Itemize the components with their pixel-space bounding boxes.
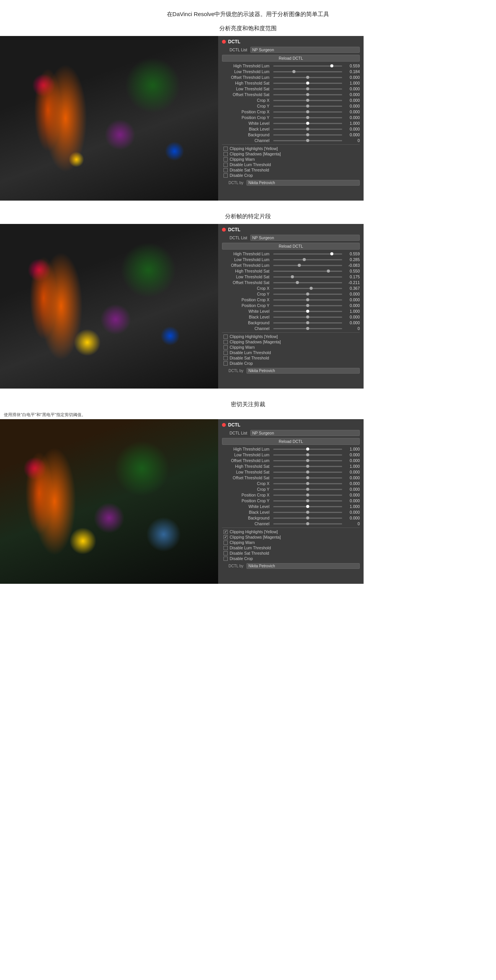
reload-dctl-button[interactable]: Reload DCTL — [222, 438, 360, 445]
param-label-2: Offset Threshold Lum — [222, 263, 272, 268]
param-slider-track-4[interactable] — [273, 276, 342, 278]
checkbox-4[interactable] — [224, 168, 228, 172]
checkbox-3[interactable] — [224, 163, 228, 167]
reload-dctl-button[interactable]: Reload DCTL — [222, 243, 360, 250]
param-slider-track-13[interactable] — [273, 140, 342, 141]
dctl-author[interactable]: Nikita Petrovich — [246, 368, 360, 374]
param-slider-track-1[interactable] — [273, 71, 342, 72]
param-slider-track-8[interactable] — [273, 495, 342, 496]
param-slider-thumb-12 — [306, 516, 309, 519]
param-slider-track-2[interactable] — [273, 265, 342, 266]
param-value-6: 0.000 — [344, 481, 360, 486]
param-slider-track-3[interactable] — [273, 271, 342, 272]
dctl-by-label: DCTL by — [222, 181, 245, 185]
param-slider-track-11[interactable] — [273, 129, 342, 130]
param-slider-track-13[interactable] — [273, 523, 342, 524]
param-slider-track-0[interactable] — [273, 449, 342, 450]
checkbox-0[interactable] — [224, 335, 228, 339]
param-row-7: Crop Y0.000 — [222, 292, 360, 296]
checkbox-2[interactable] — [224, 541, 228, 545]
param-slider-track-6[interactable] — [273, 288, 342, 289]
param-row-3: High Threshold Sat0.550 — [222, 269, 360, 273]
checkbox-4[interactable] — [224, 551, 228, 555]
param-slider-track-2[interactable] — [273, 77, 342, 78]
param-slider-thumb-4 — [306, 470, 309, 474]
checkbox-1[interactable] — [224, 535, 228, 539]
param-slider-thumb-9 — [306, 499, 309, 502]
param-slider-track-9[interactable] — [273, 500, 342, 501]
param-slider-track-10[interactable] — [273, 506, 342, 507]
param-slider-track-9[interactable] — [273, 305, 342, 306]
param-slider-track-4[interactable] — [273, 88, 342, 90]
dctl-list-select[interactable]: NP Surgeon — [250, 235, 360, 241]
param-row-2: Offset Threshold Lum0.000 — [222, 458, 360, 463]
section-2-panel-row: DCTLDCTL ListNP SurgeonReload DCTLHigh T… — [0, 224, 496, 389]
param-slider-thumb-0 — [306, 448, 309, 451]
dctl-list-select[interactable]: NP Surgeon — [250, 430, 360, 436]
param-slider-track-7[interactable] — [273, 106, 342, 107]
param-slider-track-5[interactable] — [273, 282, 342, 283]
checkbox-5[interactable] — [224, 173, 228, 178]
param-slider-track-3[interactable] — [273, 83, 342, 84]
dctl-author[interactable]: Nikita Petrovich — [246, 563, 360, 569]
param-slider-track-6[interactable] — [273, 483, 342, 484]
param-label-4: Low Threshold Sat — [222, 274, 272, 279]
checkbox-3[interactable] — [224, 351, 228, 355]
param-slider-track-4[interactable] — [273, 472, 342, 473]
checkbox-1[interactable] — [224, 152, 228, 156]
param-value-0: 0.559 — [344, 64, 360, 68]
checkbox-2[interactable] — [224, 157, 228, 162]
dctl-list-label: DCTL List — [222, 235, 249, 240]
section-3-dctl-panel: DCTLDCTL ListNP SurgeonReload DCTLHigh T… — [218, 419, 364, 584]
param-slider-track-10[interactable] — [273, 123, 342, 124]
param-value-10: 1.000 — [344, 121, 360, 126]
param-slider-track-12[interactable] — [273, 322, 342, 323]
param-slider-thumb-11 — [306, 511, 309, 514]
param-slider-track-5[interactable] — [273, 94, 342, 95]
dctl-author[interactable]: Nikita Petrovich — [246, 180, 360, 186]
param-slider-track-2[interactable] — [273, 460, 342, 461]
param-slider-track-11[interactable] — [273, 317, 342, 318]
param-slider-track-12[interactable] — [273, 518, 342, 519]
checkbox-label-0: Clipping Highlights [Yellow] — [230, 146, 278, 151]
checkbox-3[interactable] — [224, 546, 228, 550]
param-slider-track-8[interactable] — [273, 299, 342, 301]
param-slider-track-3[interactable] — [273, 466, 342, 467]
checkbox-label-5: Disable Crop — [230, 556, 253, 561]
reload-dctl-button[interactable]: Reload DCTL — [222, 55, 360, 62]
param-row-0: High Threshold Lum0.559 — [222, 252, 360, 256]
param-slider-track-12[interactable] — [273, 134, 342, 136]
param-slider-track-1[interactable] — [273, 259, 342, 260]
param-slider-track-9[interactable] — [273, 117, 342, 118]
checkbox-2[interactable] — [224, 345, 228, 350]
checkbox-0[interactable] — [224, 147, 228, 151]
param-slider-track-0[interactable] — [273, 65, 342, 67]
param-label-5: Offset Threshold Sat — [222, 475, 272, 480]
checkbox-4[interactable] — [224, 356, 228, 360]
param-slider-track-7[interactable] — [273, 489, 342, 490]
checkbox-5[interactable] — [224, 557, 228, 561]
param-slider-track-13[interactable] — [273, 328, 342, 329]
param-slider-track-8[interactable] — [273, 111, 342, 113]
checkbox-label-0: Clipping Highlights [Yellow] — [230, 529, 278, 534]
dctl-header: DCTL — [222, 227, 360, 232]
dctl-title: DCTL — [228, 422, 240, 428]
param-slider-track-1[interactable] — [273, 454, 342, 456]
param-label-5: Offset Threshold Sat — [222, 280, 272, 285]
param-slider-track-11[interactable] — [273, 512, 342, 513]
param-slider-track-7[interactable] — [273, 294, 342, 295]
param-slider-track-0[interactable] — [273, 253, 342, 255]
param-slider-track-6[interactable] — [273, 100, 342, 101]
dctl-list-select[interactable]: NP Surgeon — [250, 47, 360, 53]
section-3-subtitle: 使用滑块"白电平"和"黑电平"指定剪切阈值。 — [4, 412, 496, 418]
checkbox-1[interactable] — [224, 340, 228, 344]
checkbox-5[interactable] — [224, 361, 228, 366]
param-slider-track-10[interactable] — [273, 311, 342, 312]
param-slider-thumb-5 — [306, 476, 309, 479]
checkbox-0[interactable] — [224, 530, 228, 534]
param-value-7: 0.000 — [344, 487, 360, 492]
param-slider-track-5[interactable] — [273, 477, 342, 479]
param-label-13: Channel — [222, 138, 272, 143]
param-row-6: Crop X0.000 — [222, 481, 360, 486]
param-label-7: Crop Y — [222, 292, 272, 296]
